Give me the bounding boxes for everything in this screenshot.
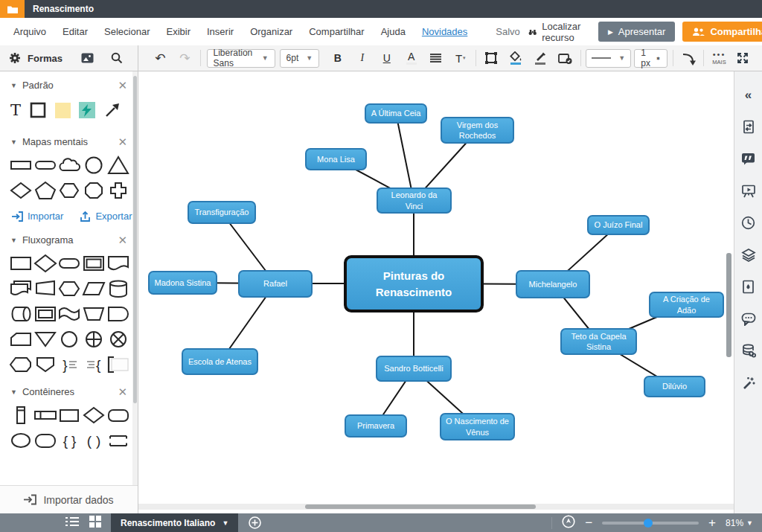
collapse-panel-icon[interactable]: «	[734, 79, 762, 111]
shape-preparation[interactable]	[57, 278, 81, 299]
mindmap-node[interactable]: O Nascimento de Vênus	[440, 413, 515, 440]
history-icon[interactable]	[734, 207, 762, 239]
more-button[interactable]: ••• MAIS	[708, 48, 731, 68]
menu-compartilhar[interactable]: Compartilhar	[301, 26, 372, 37]
shape-predefined-process[interactable]	[82, 253, 106, 274]
shape-direct-data[interactable]	[9, 304, 33, 324]
underline-button[interactable]: U	[375, 48, 398, 68]
text-color-button[interactable]: A	[400, 48, 423, 68]
shape-summing-junction[interactable]	[106, 329, 130, 350]
shape-bracket-pair[interactable]	[106, 430, 130, 451]
zoom-slider-thumb[interactable]	[644, 519, 653, 528]
shape-decision[interactable]	[33, 253, 57, 274]
bold-button[interactable]: B	[326, 48, 349, 68]
redo-icon[interactable]: ↷	[173, 48, 196, 68]
shape-vertical-container[interactable]	[9, 405, 33, 426]
shape-manual-operation[interactable]	[33, 278, 57, 299]
menu-exibir[interactable]: Exibir	[158, 26, 199, 37]
mindmap-node-central[interactable]: Pinturas do Renascimento	[344, 255, 484, 313]
curved-line-icon[interactable]	[676, 48, 699, 68]
shape-style-icon[interactable]	[554, 48, 577, 68]
menu-inserir[interactable]: Inserir	[199, 26, 242, 37]
shape-parentheses[interactable]: ()	[82, 430, 106, 451]
shape-rounded-container[interactable]	[106, 405, 130, 426]
shape-triangle[interactable]	[106, 155, 130, 176]
line-width-stepper[interactable]: 1 px ▲▼	[634, 49, 667, 68]
menu-ajuda[interactable]: Ajuda	[373, 26, 414, 37]
section-padrao-header[interactable]: ▼ Padrão ✕	[0, 71, 138, 94]
page-style-icon[interactable]	[734, 271, 762, 303]
shape-terminator[interactable]	[57, 253, 81, 274]
line-style-dropdown[interactable]: ▼	[586, 49, 631, 68]
fill-color-button[interactable]	[505, 48, 528, 68]
canvas-horizontal-scrollbar[interactable]	[138, 504, 734, 510]
close-icon[interactable]: ✕	[118, 136, 127, 147]
shape-off-page-connector[interactable]	[33, 354, 57, 375]
chat-icon[interactable]	[734, 303, 762, 335]
shape-card[interactable]	[9, 329, 33, 350]
shape-brace-left[interactable]: }	[57, 354, 81, 375]
shape-display[interactable]	[9, 354, 33, 375]
zoom-level[interactable]: 81%▼	[726, 518, 753, 528]
zoom-in-icon[interactable]: +	[708, 516, 716, 529]
text-options-button[interactable]: T▾	[449, 48, 472, 68]
data-linking-icon[interactable]	[734, 335, 762, 367]
menu-editar[interactable]: Editar	[54, 26, 96, 37]
shape-process[interactable]	[9, 253, 33, 274]
menu-novidades[interactable]: Novidades	[414, 26, 476, 37]
shape-ellipse-container[interactable]	[9, 430, 33, 451]
shape-arrow[interactable]	[103, 100, 121, 121]
zoom-out-icon[interactable]: −	[585, 516, 592, 529]
shape-document[interactable]	[106, 253, 130, 274]
mindmap-node[interactable]: Virgem dos Rochedos	[441, 117, 514, 144]
zoom-slider[interactable]	[602, 522, 699, 525]
mindmap-node[interactable]: A Criação de Adão	[649, 292, 724, 318]
mindmap-node[interactable]: A Última Ceia	[365, 103, 427, 124]
present-icon[interactable]	[734, 175, 762, 207]
section-mapas-mentais-header[interactable]: ▼ Mapas mentais ✕	[0, 128, 138, 150]
shape-pentagon[interactable]	[33, 180, 57, 201]
section-conteineres-header[interactable]: ▼ Contêineres ✕	[0, 378, 138, 400]
shape-pill-container[interactable]	[33, 430, 57, 451]
layers-icon[interactable]	[734, 239, 762, 271]
shape-octagon[interactable]	[82, 180, 106, 201]
align-button[interactable]	[424, 48, 447, 68]
mindmap-node[interactable]: Mona Lisa	[305, 148, 367, 170]
mindmap-node[interactable]: O Juízo Final	[587, 215, 650, 235]
font-size-dropdown[interactable]: 6pt▼	[280, 49, 320, 68]
sidebar-scrollbar[interactable]	[132, 71, 138, 486]
shape-merge[interactable]	[33, 329, 57, 350]
close-icon[interactable]: ✕	[118, 80, 127, 91]
fit-screen-icon[interactable]	[562, 515, 575, 531]
mindmap-node[interactable]: Transfiguração	[188, 201, 256, 224]
export-link[interactable]: Exportar	[80, 211, 132, 222]
mindmap-node[interactable]: Michelangelo	[516, 270, 590, 298]
mindmap-node[interactable]: Dilúvio	[644, 376, 705, 397]
add-page-icon[interactable]	[249, 516, 261, 529]
undo-icon[interactable]: ↶	[149, 48, 172, 68]
mindmap-node[interactable]: Teto da Capela Sistina	[560, 328, 637, 355]
shape-rectangle[interactable]	[9, 155, 33, 176]
font-family-dropdown[interactable]: Liberation Sans▼	[207, 49, 275, 68]
shape-brace-right[interactable]: {	[82, 354, 106, 375]
comments-icon[interactable]	[734, 143, 762, 175]
shape-curly-braces[interactable]: {}	[57, 430, 81, 451]
shape-or-junction[interactable]	[82, 329, 106, 350]
shape-sticky-note[interactable]	[55, 103, 71, 118]
line-color-button[interactable]	[529, 48, 552, 68]
shape-paper-tape[interactable]	[57, 304, 81, 324]
section-fluxograma-header[interactable]: ▼ Fluxograma ✕	[0, 226, 138, 249]
mindmap-node[interactable]: Primavera	[345, 414, 407, 438]
mindmap-node[interactable]: Sandro Botticelli	[376, 356, 452, 382]
close-icon[interactable]: ✕	[118, 386, 127, 397]
shape-cloud[interactable]	[57, 155, 81, 176]
menu-selecionar[interactable]: Selecionar	[96, 26, 158, 37]
shape-delay[interactable]	[106, 304, 130, 324]
import-data-button[interactable]: Importar dados	[0, 485, 138, 513]
page-list-icon[interactable]	[65, 516, 79, 530]
image-icon[interactable]	[76, 48, 99, 68]
shape-internal-storage[interactable]	[33, 304, 57, 324]
diagram-canvas[interactable]: Pinturas do Renascimento Leonardo da Vin…	[138, 71, 734, 513]
mindmap-node[interactable]: Madona Sistina	[148, 271, 217, 295]
find-resource-button[interactable]: Localizar recurso	[528, 21, 591, 43]
